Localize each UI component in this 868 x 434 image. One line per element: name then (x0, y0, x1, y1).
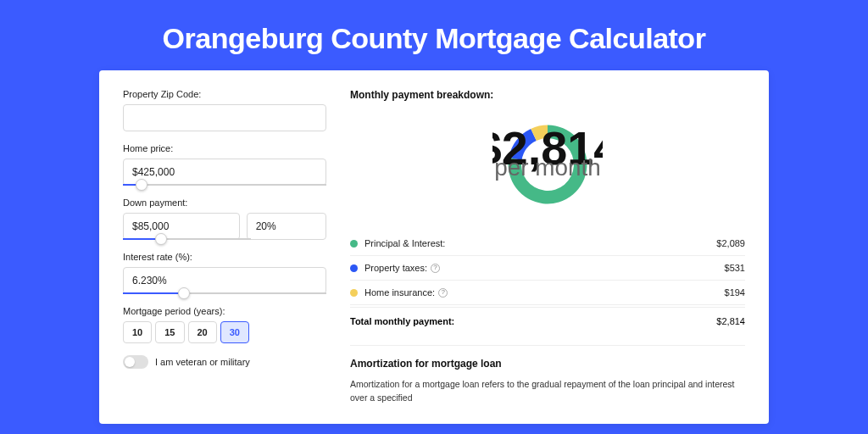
legend-value-taxes: $531 (725, 263, 745, 273)
veteran-row: I am veteran or military (123, 355, 326, 369)
home-price-field: Home price: (123, 143, 326, 186)
legend-label-taxes-text: Property taxes: (364, 263, 427, 273)
veteran-toggle[interactable] (123, 355, 148, 369)
donut-svg: $2,814 per month (492, 109, 603, 220)
interest-rate-input[interactable] (123, 267, 326, 294)
legend-label-principal: Principal & Interest: (364, 238, 716, 248)
zip-field: Property Zip Code: (123, 89, 326, 131)
calculator-card: Property Zip Code: Home price: Down paym… (99, 70, 769, 424)
legend-principal: Principal & Interest: $2,089 (350, 231, 745, 256)
mortgage-period-label: Mortgage period (years): (123, 306, 326, 316)
home-price-label: Home price: (123, 143, 326, 153)
home-price-input[interactable] (123, 159, 326, 186)
legend-value-principal: $2,089 (716, 238, 745, 248)
veteran-label: I am veteran or military (155, 357, 250, 367)
total-value: $2,814 (716, 316, 745, 326)
amortization-title: Amortization for mortgage loan (350, 358, 745, 370)
interest-rate-slider[interactable] (123, 292, 326, 294)
legend-label-insurance-text: Home insurance: (364, 287, 435, 298)
legend-label-insurance: Home insurance: ? (364, 287, 725, 298)
donut-chart: $2,814 per month (350, 109, 745, 220)
breakdown-panel: Monthly payment breakdown: $2,814 per mo… (350, 89, 745, 405)
total-label: Total monthly payment: (350, 316, 716, 326)
zip-label: Property Zip Code: (123, 89, 326, 99)
down-payment-label: Down payment: (123, 198, 326, 208)
breakdown-title: Monthly payment breakdown: (350, 89, 745, 101)
down-payment-percent-input[interactable] (247, 213, 326, 240)
legend-dot-insurance (350, 289, 358, 297)
period-button-group: 10 15 20 30 (123, 321, 326, 343)
down-payment-field: Down payment: (123, 198, 326, 240)
zip-input[interactable] (123, 104, 326, 131)
amortization-body: Amortization for a mortgage loan refers … (350, 378, 745, 405)
period-option-15[interactable]: 15 (155, 321, 184, 343)
mortgage-period-field: Mortgage period (years): 10 15 20 30 (123, 306, 326, 343)
donut-center-sub: per month (494, 154, 600, 181)
period-option-10[interactable]: 10 (123, 321, 152, 343)
period-option-30[interactable]: 30 (220, 321, 249, 343)
info-icon[interactable]: ? (438, 288, 448, 298)
legend-taxes: Property taxes: ? $531 (350, 256, 745, 281)
legend-dot-principal (350, 240, 358, 248)
amortization-section: Amortization for mortgage loan Amortizat… (350, 345, 745, 405)
total-row: Total monthly payment: $2,814 (350, 307, 745, 337)
info-icon[interactable]: ? (431, 264, 440, 273)
legend-value-insurance: $194 (725, 287, 745, 298)
interest-rate-label: Interest rate (%): (123, 252, 326, 262)
down-payment-slider[interactable] (123, 238, 251, 240)
form-panel: Property Zip Code: Home price: Down paym… (123, 89, 326, 405)
legend-label-taxes: Property taxes: ? (364, 263, 725, 273)
legend-insurance: Home insurance: ? $194 (350, 281, 745, 305)
down-payment-amount-input[interactable] (123, 213, 240, 240)
interest-rate-field: Interest rate (%): (123, 252, 326, 294)
period-option-20[interactable]: 20 (188, 321, 217, 343)
page-title: Orangeburg County Mortgage Calculator (0, 0, 868, 70)
home-price-slider[interactable] (123, 184, 326, 186)
legend-dot-taxes (350, 264, 358, 272)
